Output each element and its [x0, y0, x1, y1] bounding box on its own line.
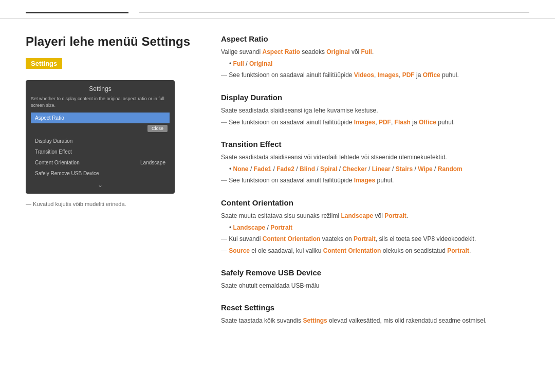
- aspect-ratio-link: Aspect Ratio: [263, 48, 300, 55]
- section-transition-effect: Transition Effect Saate seadistada slaid…: [221, 140, 529, 186]
- device-screen: Settings Set whether to display content …: [26, 80, 175, 194]
- main-content: Playeri lehe menüü Settings Settings Set…: [0, 19, 555, 354]
- bullet-landscape-portrait: Landscape / Portrait: [229, 223, 529, 233]
- device-menu-item-content-orientation[interactable]: Content Orientation Landscape: [31, 157, 170, 168]
- device-menu-item-display-duration[interactable]: Display Duration: [31, 136, 170, 146]
- section-title-aspect-ratio: Aspect Ratio: [221, 34, 529, 43]
- section-title-reset-settings: Reset Settings: [221, 303, 529, 312]
- note-aspect-ratio-files: See funktsioon on saadaval ainult failit…: [221, 70, 529, 80]
- note-transition-files: See funktsioon on saadaval ainult failit…: [221, 176, 529, 185]
- device-menu-item-safely-remove[interactable]: Safely Remove USB Device: [31, 168, 170, 179]
- section-reset-settings: Reset Settings Saate taastada kõik suvan…: [221, 303, 529, 326]
- section-text-content-orientation: Saate muuta esitatava sisu suunaks režii…: [221, 211, 529, 221]
- left-footnote: Kuvatud kujutis võib mudeliti erineda.: [26, 201, 200, 207]
- top-bar-left-line: [26, 9, 128, 13]
- section-safely-remove: Safely Remove USB Device Saate ohutult e…: [221, 268, 529, 291]
- note-content-orientation-vp8: Kui suvandi Content Orientation vaateks …: [221, 234, 529, 244]
- section-text-safely-remove: Saate ohutult eemaldada USB-mälu: [221, 281, 529, 291]
- note-content-orientation-source: Source ei ole saadaval, kui valiku Conte…: [221, 246, 529, 256]
- section-content-orientation: Content Orientation Saate muuta esitatav…: [221, 198, 529, 256]
- section-title-transition-effect: Transition Effect: [221, 140, 529, 148]
- device-menu-item-transition-effect[interactable]: Transition Effect: [31, 146, 170, 157]
- section-text-reset-settings: Saate taastada kõik suvandis Settings ol…: [221, 316, 529, 326]
- page-title: Playeri lehe menüü Settings: [26, 34, 200, 49]
- section-text-aspect-ratio: Valige suvandi Aspect Ratio seadeks Orig…: [221, 47, 529, 57]
- device-screen-header: Settings: [31, 85, 170, 92]
- top-bar-right-line: [139, 10, 529, 13]
- section-title-display-duration: Display Duration: [221, 93, 529, 102]
- section-title-safely-remove: Safely Remove USB Device: [221, 268, 529, 277]
- section-display-duration: Display Duration Saate seadistada slaidi…: [221, 93, 529, 127]
- note-display-duration-files: See funktsioon on saadaval ainult failit…: [221, 118, 529, 127]
- section-title-content-orientation: Content Orientation: [221, 198, 529, 207]
- device-chevron-icon: ⌄: [31, 181, 170, 189]
- device-close-button[interactable]: Close: [147, 125, 168, 132]
- section-text-display-duration: Saate seadistada slaidiseansi iga lehe k…: [221, 106, 529, 116]
- section-text-transition-effect: Saate seadistada slaidiseansi või videof…: [221, 153, 529, 162]
- original-link: Original: [326, 48, 349, 55]
- settings-badge: Settings: [26, 58, 62, 69]
- bullet-transition-options: None / Fade1 / Fade2 / Blind / Spiral / …: [229, 164, 529, 174]
- right-panel: Aspect Ratio Valige suvandi Aspect Ratio…: [221, 34, 529, 339]
- section-aspect-ratio: Aspect Ratio Valige suvandi Aspect Ratio…: [221, 34, 529, 81]
- device-menu-item-aspect-ratio[interactable]: Aspect Ratio: [31, 113, 170, 123]
- left-panel: Playeri lehe menüü Settings Settings Set…: [26, 34, 200, 339]
- bullet-full-original: Full / Original: [229, 59, 529, 69]
- full-link: Full: [361, 48, 372, 55]
- device-screen-desc: Set whether to display content in the or…: [31, 96, 170, 108]
- top-bar: [0, 0, 555, 19]
